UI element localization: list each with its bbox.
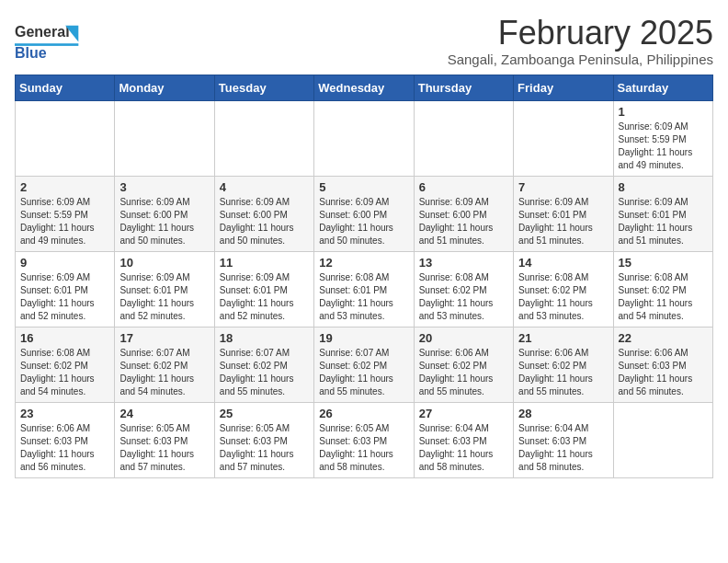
month-title: February 2025 [448,15,713,52]
day-info: Sunrise: 6:09 AM Sunset: 6:01 PM Dayligh… [220,271,309,323]
day-number: 13 [419,256,508,270]
day-number: 25 [220,407,309,420]
day-info: Sunrise: 6:04 AM Sunset: 6:03 PM Dayligh… [518,422,608,474]
calendar-cell: 24Sunrise: 6:05 AM Sunset: 6:03 PM Dayli… [115,402,214,477]
day-number: 1 [619,105,708,119]
calendar-cell [16,100,115,176]
day-info: Sunrise: 6:08 AM Sunset: 6:02 PM Dayligh… [518,271,608,323]
calendar-cell: 2Sunrise: 6:09 AM Sunset: 5:59 PM Daylig… [16,176,115,251]
calendar-cell: 16Sunrise: 6:08 AM Sunset: 6:02 PM Dayli… [16,327,115,402]
day-number: 20 [419,331,508,345]
calendar-table: SundayMondayTuesdayWednesdayThursdayFrid… [15,75,713,478]
day-number: 17 [119,331,209,345]
day-info: Sunrise: 6:09 AM Sunset: 6:00 PM Dayligh… [419,196,508,247]
calendar-cell: 10Sunrise: 6:09 AM Sunset: 6:01 PM Dayli… [115,251,214,327]
calendar-cell [613,402,712,477]
day-info: Sunrise: 6:06 AM Sunset: 6:03 PM Dayligh… [20,422,109,474]
calendar-cell: 6Sunrise: 6:09 AM Sunset: 6:00 PM Daylig… [414,176,513,251]
calendar-cell [514,100,613,176]
day-number: 23 [20,407,109,420]
day-of-week-header: Monday [115,75,214,100]
day-info: Sunrise: 6:09 AM Sunset: 6:00 PM Dayligh… [319,196,408,247]
day-of-week-header: Friday [514,75,613,100]
calendar-cell: 25Sunrise: 6:05 AM Sunset: 6:03 PM Dayli… [214,402,313,477]
day-info: Sunrise: 6:09 AM Sunset: 6:00 PM Dayligh… [220,196,309,247]
calendar-week-row: 9Sunrise: 6:09 AM Sunset: 6:01 PM Daylig… [16,251,713,327]
calendar-cell: 9Sunrise: 6:09 AM Sunset: 6:01 PM Daylig… [16,251,115,327]
calendar-header-row: SundayMondayTuesdayWednesdayThursdayFrid… [16,75,713,100]
calendar-cell: 7Sunrise: 6:09 AM Sunset: 6:01 PM Daylig… [514,176,613,251]
day-number: 7 [518,180,608,194]
day-number: 9 [20,256,109,270]
day-info: Sunrise: 6:06 AM Sunset: 6:02 PM Dayligh… [518,347,608,398]
day-number: 6 [419,180,508,194]
calendar-cell: 19Sunrise: 6:07 AM Sunset: 6:02 PM Dayli… [314,327,414,402]
calendar-cell: 14Sunrise: 6:08 AM Sunset: 6:02 PM Dayli… [514,251,613,327]
calendar-cell: 3Sunrise: 6:09 AM Sunset: 6:00 PM Daylig… [115,176,214,251]
calendar-cell: 22Sunrise: 6:06 AM Sunset: 6:03 PM Dayli… [613,327,712,402]
calendar-week-row: 16Sunrise: 6:08 AM Sunset: 6:02 PM Dayli… [16,327,713,402]
day-number: 24 [119,407,209,420]
day-of-week-header: Sunday [16,75,115,100]
day-info: Sunrise: 6:09 AM Sunset: 5:59 PM Dayligh… [20,196,109,247]
calendar-week-row: 1Sunrise: 6:09 AM Sunset: 5:59 PM Daylig… [16,100,713,176]
day-info: Sunrise: 6:05 AM Sunset: 6:03 PM Dayligh… [119,422,209,474]
day-info: Sunrise: 6:09 AM Sunset: 6:01 PM Dayligh… [619,196,708,247]
location-title: Sangali, Zamboanga Peninsula, Philippine… [448,52,713,67]
day-info: Sunrise: 6:09 AM Sunset: 6:01 PM Dayligh… [20,271,109,323]
calendar-cell: 28Sunrise: 6:04 AM Sunset: 6:03 PM Dayli… [514,402,613,477]
calendar-week-row: 23Sunrise: 6:06 AM Sunset: 6:03 PM Dayli… [16,402,713,477]
day-number: 8 [619,180,708,194]
day-number: 28 [518,407,608,420]
calendar-cell: 17Sunrise: 6:07 AM Sunset: 6:02 PM Dayli… [115,327,214,402]
day-number: 4 [220,180,309,194]
day-number: 16 [20,331,109,345]
calendar-cell: 12Sunrise: 6:08 AM Sunset: 6:01 PM Dayli… [314,251,414,327]
calendar-cell: 27Sunrise: 6:04 AM Sunset: 6:03 PM Dayli… [414,402,513,477]
calendar-cell: 23Sunrise: 6:06 AM Sunset: 6:03 PM Dayli… [16,402,115,477]
day-info: Sunrise: 6:07 AM Sunset: 6:02 PM Dayligh… [220,347,309,398]
logo: General Blue [15,18,88,64]
day-info: Sunrise: 6:09 AM Sunset: 6:01 PM Dayligh… [518,196,608,247]
page-header: General Blue February 2025 Sangali, Zamb… [15,15,713,67]
day-info: Sunrise: 6:07 AM Sunset: 6:02 PM Dayligh… [119,347,209,398]
day-number: 21 [518,331,608,345]
day-info: Sunrise: 6:09 AM Sunset: 6:01 PM Dayligh… [119,271,209,323]
day-number: 18 [220,331,309,345]
calendar-cell [414,100,513,176]
day-info: Sunrise: 6:06 AM Sunset: 6:02 PM Dayligh… [419,347,508,398]
day-number: 22 [619,331,708,345]
day-number: 11 [220,256,309,270]
day-number: 12 [319,256,408,270]
day-info: Sunrise: 6:08 AM Sunset: 6:02 PM Dayligh… [619,271,708,323]
day-info: Sunrise: 6:06 AM Sunset: 6:03 PM Dayligh… [619,347,708,398]
svg-text:Blue: Blue [15,45,47,61]
day-info: Sunrise: 6:08 AM Sunset: 6:01 PM Dayligh… [319,271,408,323]
day-number: 14 [518,256,608,270]
calendar-cell: 5Sunrise: 6:09 AM Sunset: 6:00 PM Daylig… [314,176,414,251]
calendar-cell [214,100,313,176]
calendar-cell: 26Sunrise: 6:05 AM Sunset: 6:03 PM Dayli… [314,402,414,477]
day-info: Sunrise: 6:04 AM Sunset: 6:03 PM Dayligh… [419,422,508,474]
day-number: 2 [20,180,109,194]
calendar-cell: 18Sunrise: 6:07 AM Sunset: 6:02 PM Dayli… [214,327,313,402]
calendar-cell: 15Sunrise: 6:08 AM Sunset: 6:02 PM Dayli… [613,251,712,327]
day-number: 10 [119,256,209,270]
calendar-week-row: 2Sunrise: 6:09 AM Sunset: 5:59 PM Daylig… [16,176,713,251]
calendar-cell: 21Sunrise: 6:06 AM Sunset: 6:02 PM Dayli… [514,327,613,402]
day-number: 27 [419,407,508,420]
day-info: Sunrise: 6:08 AM Sunset: 6:02 PM Dayligh… [419,271,508,323]
calendar-cell: 11Sunrise: 6:09 AM Sunset: 6:01 PM Dayli… [214,251,313,327]
day-of-week-header: Thursday [414,75,513,100]
calendar-cell: 1Sunrise: 6:09 AM Sunset: 5:59 PM Daylig… [613,100,712,176]
calendar-cell [314,100,414,176]
day-info: Sunrise: 6:09 AM Sunset: 5:59 PM Dayligh… [619,121,708,172]
day-of-week-header: Saturday [613,75,712,100]
day-number: 26 [319,407,408,420]
day-of-week-header: Tuesday [214,75,313,100]
day-number: 5 [319,180,408,194]
day-info: Sunrise: 6:05 AM Sunset: 6:03 PM Dayligh… [319,422,408,474]
day-info: Sunrise: 6:07 AM Sunset: 6:02 PM Dayligh… [319,347,408,398]
calendar-cell: 4Sunrise: 6:09 AM Sunset: 6:00 PM Daylig… [214,176,313,251]
day-number: 19 [319,331,408,345]
